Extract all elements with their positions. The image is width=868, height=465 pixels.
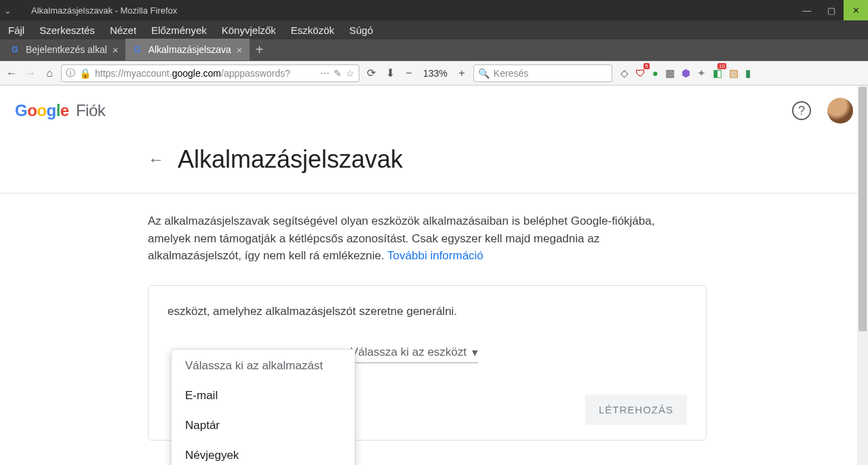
browser-navbar: ← → ⌂ ⓘ 🔒 https://myaccount.google.com/a… — [0, 61, 868, 86]
lock-icon: 🔒 — [79, 68, 91, 79]
nav-home-button[interactable]: ⌂ — [42, 66, 57, 81]
page-viewport: Google Fiók ? ← Alkalmazásjelszavak Az a… — [0, 86, 868, 465]
window-title: Alkalmazásjelszavak - Mozilla Firefox — [15, 5, 177, 16]
nav-forward-button[interactable]: → — [23, 66, 38, 81]
account-avatar[interactable] — [827, 98, 853, 124]
window-titlebar: ⌄ Alkalmazásjelszavak - Mozilla Firefox … — [0, 0, 868, 20]
addon-icon-3[interactable]: ⬢ — [682, 67, 690, 79]
tab-title: Alkalmazásjelszava — [149, 44, 231, 55]
page-title: Alkalmazásjelszavak — [178, 145, 403, 174]
url-text: https://myaccount.google.com/apppassword… — [95, 68, 290, 79]
addon-icon-7[interactable]: ▮ — [745, 67, 751, 79]
menu-file[interactable]: Fájl — [8, 24, 24, 36]
tab-close-icon[interactable]: × — [113, 44, 119, 56]
browser-tab-1[interactable]: G Bejelentkezés alkal × — [3, 39, 125, 60]
ublock-icon[interactable]: 🛡 — [635, 67, 646, 79]
menu-help[interactable]: Súgó — [349, 24, 373, 36]
window-maximize-button[interactable]: ▢ — [819, 0, 844, 20]
favicon-google-icon: G — [9, 44, 20, 55]
tab-close-icon[interactable]: × — [237, 44, 243, 56]
app-select-dropdown: Válassza ki az alkalmazást E-mail Naptár… — [171, 349, 355, 465]
page-title-row: ← Alkalmazásjelszavak — [0, 136, 868, 193]
dropdown-item-contacts[interactable]: Névjegyek — [172, 441, 355, 465]
create-button[interactable]: LÉTREHOZÁS — [585, 394, 687, 425]
downloads-icon[interactable]: ⬇ — [382, 66, 397, 81]
pocket-icon[interactable]: ◇ — [620, 67, 629, 79]
menu-history[interactable]: Előzmények — [151, 24, 207, 36]
device-select[interactable]: Válassza ki az eszközt ▾ — [351, 346, 478, 363]
scrollbar-thumb[interactable] — [859, 87, 867, 331]
search-icon: 🔍 — [478, 68, 490, 79]
nav-reload-button[interactable]: ⟳ — [363, 66, 378, 81]
zoom-out-button[interactable]: − — [401, 66, 416, 81]
menu-edit[interactable]: Szerkesztés — [39, 24, 95, 36]
menu-bookmarks[interactable]: Könyvjelzők — [222, 24, 276, 36]
favicon-google-icon: G — [132, 44, 143, 55]
zoom-level: 133% — [420, 68, 450, 79]
page-description: Az alkalmazásjelszavak segítségével olya… — [148, 212, 690, 265]
card-instruction: eszközt, amelyhez alkalmazásjelszót szer… — [167, 305, 687, 318]
vertical-scrollbar[interactable] — [857, 86, 868, 465]
page-back-button[interactable]: ← — [148, 150, 164, 169]
page-body: Az alkalmazásjelszavak segítségével olya… — [0, 193, 719, 441]
site-info-icon[interactable]: ⓘ — [66, 67, 75, 79]
addon-icon-5[interactable]: ◧ — [713, 67, 722, 79]
window-close-button[interactable]: ✕ — [844, 0, 868, 20]
search-placeholder: Keresés — [494, 68, 528, 79]
reader-mode-icon[interactable]: ✎ — [334, 68, 342, 79]
app-menu-caret-icon[interactable]: ⌄ — [0, 5, 15, 16]
help-icon[interactable]: ? — [792, 101, 811, 120]
url-bar[interactable]: ⓘ 🔒 https://myaccount.google.com/apppass… — [61, 64, 359, 82]
tabstrip: G Bejelentkezés alkal × G Alkalmazásjels… — [0, 39, 868, 61]
dropdown-item-calendar[interactable]: Naptár — [172, 411, 355, 441]
more-info-link[interactable]: További információ — [387, 249, 484, 262]
new-tab-button[interactable]: + — [250, 39, 270, 60]
tab-title: Bejelentkezés alkal — [26, 44, 107, 55]
search-bar[interactable]: 🔍 Keresés — [473, 64, 612, 82]
addon-icons: ◇ 🛡 ● ▦ ⬢ ✦ ◧ ▤ ▮ — [616, 67, 751, 79]
google-header: Google Fiók ? — [0, 86, 868, 136]
dropdown-header: Válassza ki az alkalmazást — [172, 350, 355, 381]
menu-tools[interactable]: Eszközök — [291, 24, 334, 36]
menu-view[interactable]: Nézet — [110, 24, 136, 36]
window-minimize-button[interactable]: — — [795, 0, 819, 20]
google-logo[interactable]: Google Fiók — [15, 101, 105, 120]
addon-icon-1[interactable]: ● — [652, 67, 658, 79]
bookmark-star-icon[interactable]: ☆ — [346, 68, 355, 79]
browser-tab-2[interactable]: G Alkalmazásjelszava × — [125, 39, 250, 60]
menubar: Fájl Szerkesztés Nézet Előzmények Könyvj… — [0, 20, 868, 39]
zoom-in-button[interactable]: + — [454, 66, 469, 81]
nav-back-button[interactable]: ← — [4, 66, 19, 81]
chevron-down-icon: ▾ — [472, 346, 478, 360]
addon-icon-6[interactable]: ▤ — [729, 67, 738, 79]
url-more-icon[interactable]: ⋯ — [320, 68, 330, 79]
device-select-label: Válassza ki az eszközt — [351, 346, 467, 359]
account-suffix: Fiók — [76, 101, 105, 119]
dropdown-item-email[interactable]: E-mail — [172, 381, 355, 411]
addon-icon-2[interactable]: ▦ — [665, 67, 675, 79]
addon-icon-4[interactable]: ✦ — [697, 67, 706, 79]
